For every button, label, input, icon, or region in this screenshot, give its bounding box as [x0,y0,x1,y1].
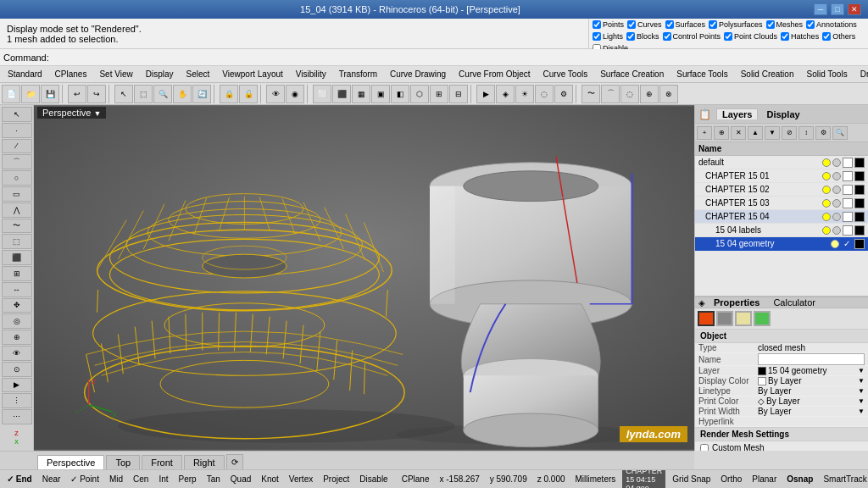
meshes-checkbox[interactable]: Meshes [766,20,804,29]
undo-icon[interactable]: ↩ [68,85,86,103]
new-icon[interactable]: 📄 [2,85,20,103]
new-sublayer-btn[interactable]: ⊕ [714,126,729,140]
tab-perspective[interactable]: Perspective [37,455,104,469]
prop-print-color[interactable]: Print Color ◇ By Layer ▼ [695,396,868,407]
hatches-checkbox[interactable]: Hatches [781,32,819,41]
prop-tab-material[interactable] [716,311,733,326]
status-ortho[interactable]: Ortho [717,474,745,484]
surface-tool[interactable]: ⬚ [2,234,32,249]
layer-lock-ch1504[interactable] [832,213,841,221]
layer-lock-ch1502[interactable] [832,186,841,194]
select-icon[interactable]: ↖ [114,85,133,103]
layer-ch1504[interactable]: CHAPTER 15 04 [695,210,868,224]
extra-tool-2[interactable]: ⋯ [2,409,32,424]
status-quad[interactable]: Quad [227,474,254,484]
others-checkbox[interactable]: Others [822,32,855,41]
tool-b[interactable]: ⬛ [332,85,351,103]
layer-lock-default[interactable] [832,158,841,167]
prop-display-color[interactable]: Display Color By Layer ▼ [695,376,868,386]
tab-layers[interactable]: Layers [716,108,758,119]
layer-swatch-ch1503[interactable] [854,198,865,208]
points-checkbox[interactable]: Points [593,20,624,29]
command-input[interactable] [53,51,865,64]
extra-tool-1[interactable]: ⋮ [2,393,32,408]
tool-g[interactable]: ⊞ [430,85,448,103]
prop-layer[interactable]: Layer 15 04 geometry ▼ [695,366,868,376]
annotations-checkbox[interactable]: Annotations [806,20,857,29]
lock-icon[interactable]: 🔒 [220,85,238,103]
prop-tab-curves[interactable] [735,311,752,326]
layer-color-ch1504[interactable] [843,212,853,222]
surfaces-checkbox[interactable]: Surfaces [665,20,706,29]
status-knot[interactable]: Knot [258,474,282,484]
window-select-icon[interactable]: ⬚ [134,85,153,103]
sort-btn[interactable]: ↕ [798,126,814,140]
status-planar[interactable]: Planar [748,474,780,484]
custom-mesh-checkbox[interactable] [700,444,709,452]
pan-icon[interactable]: ✋ [173,85,192,103]
spline-tool[interactable]: 〜 [2,219,32,234]
rect-tool[interactable]: ▭ [2,186,32,202]
status-tan[interactable]: Tan [203,474,224,484]
layer-light-ch1503[interactable] [822,199,831,208]
status-project[interactable]: Project [320,474,353,484]
tab-drafting[interactable]: Drafting [854,67,868,81]
layer-ch1503[interactable]: CHAPTER 15 03 [695,197,868,210]
polysurfaces-checkbox[interactable]: Polysurfaces [709,20,763,29]
status-vertex[interactable]: Vertex [286,474,316,484]
light-icon[interactable]: ☀ [515,85,534,103]
tool-c[interactable]: ▦ [352,85,370,103]
tab-solid-creation[interactable]: Solid Creation [735,67,800,81]
prop-print-width[interactable]: Print Width By Layer ▼ [695,407,868,417]
layer-color-ch1501[interactable] [843,171,853,181]
tab-curve-tools[interactable]: Curve Tools [537,67,594,81]
tab-viewport-layout[interactable]: Viewport Layout [216,67,289,81]
material-icon[interactable]: ◈ [496,85,515,103]
layer-color-default[interactable] [843,158,853,168]
show-icon[interactable]: ◉ [286,85,304,103]
layer-swatch-default[interactable] [854,158,865,168]
filter-btn[interactable]: ⊘ [782,126,797,140]
tool-e[interactable]: ◧ [391,85,409,103]
unlock-icon[interactable]: 🔓 [239,85,258,103]
cplane-tool[interactable]: ⊕ [2,330,32,345]
tab-cplanes[interactable]: CPlanes [49,67,93,81]
tab-display-panel[interactable]: Display [761,109,804,119]
analyze-tool[interactable]: ◎ [2,313,32,329]
tab-top[interactable]: Top [106,455,140,469]
layer-ch1501[interactable]: CHAPTER 15 01 [695,169,868,183]
layer-swatch-ch1502[interactable] [854,185,865,195]
tab-display[interactable]: Display [140,67,180,81]
layer-light-ch1501[interactable] [822,172,831,180]
curve-icon-3[interactable]: ◌ [620,85,639,103]
tab-select[interactable]: Select [181,67,216,81]
status-grid-snap[interactable]: Grid Snap [669,474,714,484]
settings-layers-btn[interactable]: ⚙ [815,126,831,140]
tab-front[interactable]: Front [142,455,182,469]
circle-tool[interactable]: ○ [2,170,32,186]
layer-ch1502[interactable]: CHAPTER 15 02 [695,183,868,197]
layer-default[interactable]: default [695,156,868,169]
tab-properties[interactable]: Properties [709,297,765,308]
prop-tab-green[interactable] [754,311,771,326]
prop-name-value[interactable] [758,353,865,365]
maximize-button[interactable]: □ [831,3,844,15]
lights-checkbox[interactable]: Lights [593,32,623,41]
zoom-icon[interactable]: 🔍 [153,85,172,103]
tool-d[interactable]: ▣ [371,85,390,103]
extract-icon[interactable]: ⊕ [640,85,659,103]
tool-a[interactable]: ⬜ [313,85,331,103]
status-cplane[interactable]: CPlane [398,474,433,484]
tool-f[interactable]: ⬡ [410,85,429,103]
layer-swatch-1504geo[interactable] [854,239,865,249]
move-up-btn[interactable]: ▲ [748,126,763,140]
hide-icon[interactable]: 👁 [266,85,285,103]
curve-icon-2[interactable]: ⌒ [601,85,620,103]
curve-icon-4[interactable]: ⊗ [659,85,678,103]
tab-surface-tools[interactable]: Surface Tools [670,67,733,81]
tab-visibility[interactable]: Visibility [290,67,332,81]
layer-color-1504labels[interactable] [843,225,853,236]
status-end[interactable]: ✓ End [3,474,36,484]
status-osnap[interactable]: Osnap [783,474,816,484]
layer-color-ch1503[interactable] [843,198,853,208]
